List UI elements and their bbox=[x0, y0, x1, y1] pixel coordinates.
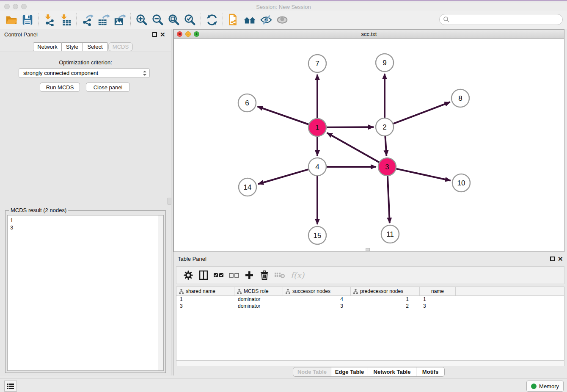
zoom-in-icon[interactable] bbox=[134, 12, 150, 28]
table-row[interactable]: 3 dominator 3 2 3 bbox=[176, 303, 564, 309]
import-table-icon[interactable] bbox=[58, 12, 74, 28]
export-image-icon[interactable] bbox=[112, 12, 128, 28]
zoom-fit-icon[interactable] bbox=[166, 12, 182, 28]
application-window: Session: New Session bbox=[0, 0, 567, 392]
cell-successor-nodes: 4 bbox=[283, 296, 351, 303]
refresh-icon[interactable] bbox=[204, 12, 220, 28]
mcds-result-list[interactable]: 1 3 bbox=[7, 215, 164, 371]
run-mcds-button[interactable]: Run MCDS bbox=[40, 83, 80, 92]
tab-mcds[interactable]: MCDS bbox=[108, 42, 133, 51]
search-input[interactable] bbox=[450, 16, 557, 23]
table-panel-title: Table Panel bbox=[178, 256, 206, 262]
node-label: 3 bbox=[385, 163, 389, 171]
control-panel-tabs: Network Style Select MCDS bbox=[33, 42, 133, 51]
select-stepper-icon bbox=[142, 69, 148, 77]
table-row[interactable]: 1 dominator 4 1 1 bbox=[176, 296, 564, 303]
select-all-icon[interactable] bbox=[211, 268, 226, 282]
graph-node-9[interactable]: 9 bbox=[376, 54, 394, 72]
node-label: 6 bbox=[245, 99, 249, 107]
graph-node-11[interactable]: 11 bbox=[381, 225, 399, 243]
splitter-grip[interactable] bbox=[168, 198, 171, 204]
graph-node-10[interactable]: 10 bbox=[452, 174, 470, 192]
result-scrollbar[interactable] bbox=[158, 215, 163, 370]
show-all-icon bbox=[274, 12, 290, 28]
edge-2-to-3[interactable] bbox=[385, 136, 386, 156]
tab-network-table[interactable]: Network Table bbox=[368, 367, 416, 377]
new-network-from-selection-icon[interactable] bbox=[226, 12, 242, 28]
cell-mcds-role: dominator bbox=[234, 303, 283, 309]
graph-node-15[interactable]: 15 bbox=[308, 226, 326, 244]
open-session-icon[interactable] bbox=[3, 12, 19, 28]
edge-1-to-6[interactable] bbox=[258, 107, 309, 124]
control-panel-header: Control Panel ✕ bbox=[0, 29, 171, 40]
export-network-icon[interactable] bbox=[80, 12, 96, 28]
memory-button[interactable]: Memory bbox=[526, 381, 564, 392]
export-table-icon[interactable] bbox=[96, 12, 112, 28]
column-header-mcds-role[interactable]: MCDS role bbox=[234, 287, 283, 295]
table-horizontal-scrollbar[interactable] bbox=[176, 360, 564, 366]
tab-style[interactable]: Style bbox=[62, 42, 83, 51]
hide-selected-icon[interactable] bbox=[258, 12, 274, 28]
deselect-all-icon[interactable] bbox=[226, 268, 242, 282]
close-panel-button[interactable]: Close panel bbox=[86, 83, 130, 92]
cell-name: 3 bbox=[420, 303, 456, 309]
tab-motifs[interactable]: Motifs bbox=[416, 367, 445, 377]
mcds-result-item: 3 bbox=[8, 224, 163, 231]
edge-3-to-11[interactable] bbox=[388, 176, 390, 223]
column-header-predecessor-nodes[interactable]: predecessor nodes bbox=[351, 287, 420, 295]
tab-edge-table[interactable]: Edge Table bbox=[331, 367, 368, 377]
column-header-name[interactable]: name bbox=[420, 287, 456, 295]
edge-1-to-2[interactable] bbox=[327, 127, 374, 127]
node-label: 4 bbox=[315, 163, 319, 171]
graph-node-1[interactable]: 1 bbox=[308, 119, 326, 136]
network-view-window: ✕ − + scc.txt 1234678910111415 bbox=[173, 29, 564, 252]
tab-node-table[interactable]: Node Table bbox=[293, 367, 331, 377]
function-builder-icon: f(x) bbox=[287, 268, 308, 282]
table-settings-gear-icon[interactable] bbox=[181, 268, 196, 282]
zoom-selected-icon[interactable] bbox=[182, 12, 198, 28]
column-type-icon bbox=[286, 289, 290, 294]
criterion-select[interactable]: strongly connected component bbox=[19, 68, 150, 78]
add-column-icon[interactable] bbox=[242, 268, 257, 282]
graph-node-14[interactable]: 14 bbox=[239, 178, 256, 196]
column-header-shared-name[interactable]: shared name bbox=[176, 287, 234, 295]
node-label: 14 bbox=[244, 183, 252, 191]
graph-node-6[interactable]: 6 bbox=[238, 94, 256, 112]
column-chooser-icon[interactable] bbox=[196, 268, 211, 282]
close-panel-icon[interactable]: ✕ bbox=[160, 32, 165, 37]
import-network-icon[interactable] bbox=[41, 12, 58, 28]
column-header-successor-nodes[interactable]: successor nodes bbox=[283, 287, 351, 295]
canvas-scroll-grip[interactable] bbox=[366, 248, 370, 251]
graph-node-7[interactable]: 7 bbox=[308, 55, 326, 72]
zoom-out-icon[interactable] bbox=[150, 12, 166, 28]
task-history-icon[interactable] bbox=[4, 381, 17, 392]
edge-3-to-10[interactable] bbox=[396, 169, 450, 181]
edge-2-to-8[interactable] bbox=[394, 102, 450, 124]
main-toolbar bbox=[0, 11, 567, 29]
graph-node-8[interactable]: 8 bbox=[451, 89, 469, 107]
graph-node-4[interactable]: 4 bbox=[308, 158, 326, 176]
node-label: 8 bbox=[458, 94, 462, 102]
network-canvas[interactable]: 1234678910111415 bbox=[174, 39, 564, 251]
edge-4-to-14[interactable] bbox=[258, 169, 308, 184]
graph-node-3[interactable]: 3 bbox=[378, 158, 396, 176]
float-panel-icon[interactable] bbox=[152, 32, 157, 37]
search-field[interactable] bbox=[439, 14, 563, 25]
cell-shared-name: 3 bbox=[176, 303, 234, 309]
main-titlebar: Session: New Session bbox=[0, 3, 567, 11]
close-table-panel-icon[interactable]: ✕ bbox=[558, 256, 563, 262]
cell-shared-name: 1 bbox=[176, 296, 234, 303]
tab-select[interactable]: Select bbox=[83, 42, 107, 51]
delete-column-trash-icon[interactable] bbox=[257, 268, 272, 282]
save-session-icon[interactable] bbox=[19, 12, 36, 28]
table-panel-header: Table Panel ✕ bbox=[173, 254, 567, 265]
edge-3-to-1[interactable] bbox=[327, 133, 379, 162]
graph-node-2[interactable]: 2 bbox=[376, 118, 394, 136]
float-table-panel-icon[interactable] bbox=[550, 257, 555, 261]
network-window-titlebar[interactable]: ✕ − + scc.txt bbox=[174, 30, 564, 39]
toolbar-separator bbox=[223, 13, 223, 27]
column-type-icon bbox=[353, 289, 358, 294]
first-neighbors-icon[interactable] bbox=[242, 12, 258, 28]
tab-network[interactable]: Network bbox=[33, 42, 62, 51]
toolbar-separator bbox=[130, 13, 131, 27]
